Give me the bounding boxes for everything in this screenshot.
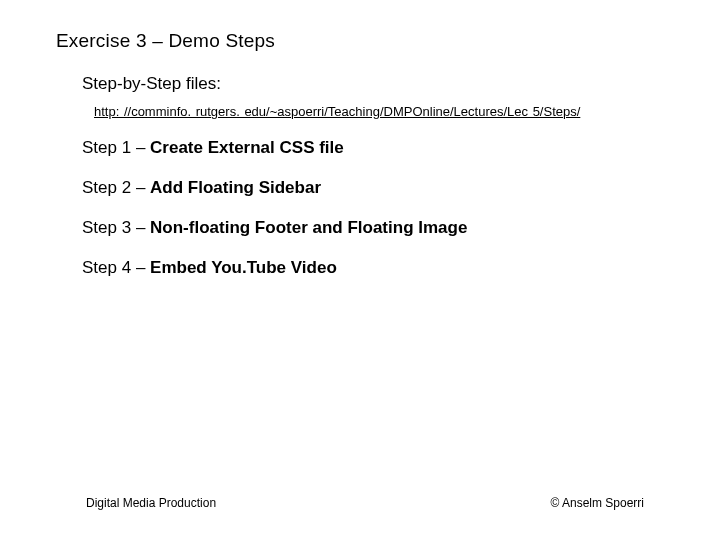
step-dash: – <box>131 218 150 237</box>
step-dash: – <box>131 178 150 197</box>
step-2: Step 2 – Add Floating Sidebar <box>82 177 664 199</box>
slide: Exercise 3 – Demo Steps Step-by-Step fil… <box>0 0 720 540</box>
footer-left: Digital Media Production <box>86 496 216 510</box>
step-topic: Non-floating Footer and Floating Image <box>150 218 467 237</box>
step-1: Step 1 – Create External CSS file <box>82 137 664 159</box>
steps-link[interactable]: http: //comminfo. rutgers. edu/~aspoerri… <box>94 104 580 119</box>
step-dash: – <box>131 258 150 277</box>
step-label: Step 2 <box>82 178 131 197</box>
step-label: Step 3 <box>82 218 131 237</box>
step-dash: – <box>131 138 150 157</box>
footer-right: © Anselm Spoerri <box>550 496 644 510</box>
subtitle: Step-by-Step files: <box>82 74 664 94</box>
step-topic: Embed You.Tube Video <box>150 258 337 277</box>
step-label: Step 1 <box>82 138 131 157</box>
step-4: Step 4 – Embed You.Tube Video <box>82 257 664 279</box>
step-topic: Add Floating Sidebar <box>150 178 321 197</box>
step-topic: Create External CSS file <box>150 138 344 157</box>
step-3: Step 3 – Non-floating Footer and Floatin… <box>82 217 664 239</box>
slide-title: Exercise 3 – Demo Steps <box>56 30 664 52</box>
step-label: Step 4 <box>82 258 131 277</box>
footer: Digital Media Production © Anselm Spoerr… <box>0 496 720 510</box>
